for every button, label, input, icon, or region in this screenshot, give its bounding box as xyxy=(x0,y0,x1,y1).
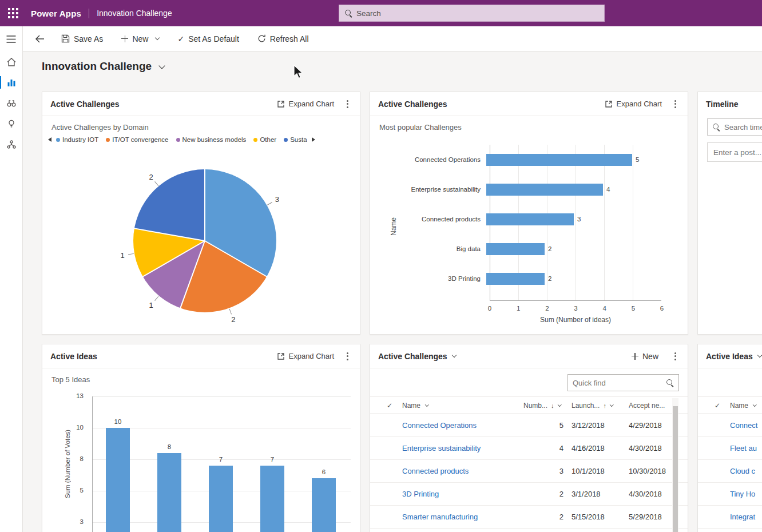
bar[interactable] xyxy=(312,478,336,532)
bar-track: 2 xyxy=(486,264,661,293)
row-name-link[interactable]: Connect xyxy=(730,421,762,430)
global-search-box[interactable] xyxy=(339,5,605,22)
x-tick-label: 0 xyxy=(488,305,491,312)
legend-item[interactable]: IT/OT convergence xyxy=(106,136,168,143)
row-name-link[interactable]: Smarter manufacturing xyxy=(402,513,523,521)
nav-entities-button[interactable] xyxy=(0,134,23,154)
column-header[interactable]: Name xyxy=(730,402,762,410)
nav-dashboards-button[interactable] xyxy=(0,72,23,93)
grid-scrollbar[interactable] xyxy=(672,398,678,532)
set-as-default-button[interactable]: ✓ Set As Default xyxy=(171,29,245,49)
site-map-toggle-button[interactable] xyxy=(0,26,23,51)
sort-desc-icon: ↓ xyxy=(551,402,554,409)
card-title: Active Ideas xyxy=(50,352,97,361)
row-name-link[interactable]: Cloud c xyxy=(730,467,762,475)
card-timeline: Timeline Enter a post... xyxy=(697,92,762,335)
bar[interactable] xyxy=(157,453,181,532)
x-tick-label: 2 xyxy=(545,305,549,312)
card-menu-button[interactable] xyxy=(343,350,352,363)
bar[interactable] xyxy=(486,243,545,255)
row-name-link[interactable]: Connected products xyxy=(402,467,523,475)
card-menu-button[interactable] xyxy=(671,350,680,363)
table-row[interactable]: Connect xyxy=(698,414,762,437)
table-row[interactable]: Cloud c xyxy=(698,460,762,483)
app-launcher-button[interactable] xyxy=(0,0,26,26)
legend-item[interactable]: New business models xyxy=(176,136,247,143)
bar[interactable] xyxy=(260,466,284,532)
row-name-link[interactable]: Integrat xyxy=(730,513,762,521)
x-axis-label: Sum (Number of ideas) xyxy=(490,316,661,324)
legend-swatch xyxy=(106,138,110,142)
card-menu-button[interactable] xyxy=(671,98,680,110)
app-name[interactable]: Power Apps xyxy=(31,9,81,18)
chevron-down-icon[interactable] xyxy=(757,353,761,358)
bar[interactable] xyxy=(209,466,233,532)
column-header-label: Launch... xyxy=(572,402,600,410)
row-name-link[interactable]: Fleet au xyxy=(730,444,762,452)
scrollbar-thumb[interactable] xyxy=(673,406,678,532)
chevron-down-icon[interactable] xyxy=(451,353,456,358)
legend-item[interactable]: Susta xyxy=(284,136,307,143)
select-all-cell[interactable]: ✓ xyxy=(705,402,730,409)
row-name-link[interactable]: Connected Operations xyxy=(402,421,523,430)
table-row[interactable]: Integrat xyxy=(698,506,762,529)
row-name-link[interactable]: Enterprise sustainability xyxy=(402,444,523,452)
column-header[interactable]: Name xyxy=(402,402,523,410)
top-header-bar: Power Apps Innovation Challenge xyxy=(0,0,762,26)
row-name-link[interactable]: 3D Printing xyxy=(402,490,523,498)
quick-find-box[interactable] xyxy=(567,374,679,391)
nav-ideas-button[interactable] xyxy=(0,113,23,134)
pie-value-label: 1 xyxy=(149,300,153,309)
column-header[interactable]: Numb...↓ xyxy=(523,402,572,410)
legend-swatch xyxy=(284,138,288,142)
bar[interactable] xyxy=(486,154,632,166)
legend-item[interactable]: Other xyxy=(253,136,276,143)
timeline-search-box[interactable] xyxy=(707,118,762,136)
vbar-yticks: 1310853 xyxy=(65,396,87,532)
dashboard-selector[interactable]: Innovation Challenge xyxy=(42,60,164,73)
hbar-xticks: 0123456 xyxy=(490,305,662,313)
table-row[interactable]: Tiny Ho xyxy=(698,483,762,506)
table-row[interactable]: 3D Printing23/1/20184/30/2018 xyxy=(370,483,688,506)
back-button[interactable] xyxy=(30,29,49,49)
expand-chart-button[interactable]: Expand Chart xyxy=(605,100,662,108)
column-header[interactable]: Accept ne... xyxy=(629,402,697,410)
timeline-search-input[interactable] xyxy=(724,123,762,132)
select-all-icon: ✓ xyxy=(387,402,392,409)
bar[interactable] xyxy=(486,184,603,196)
table-row[interactable]: Enterprise sustainability44/16/20184/30/… xyxy=(370,437,688,460)
legend-prev-icon[interactable] xyxy=(48,137,51,142)
expand-chart-button[interactable]: Expand Chart xyxy=(277,352,335,360)
new-record-button[interactable]: New xyxy=(628,348,662,365)
expand-chart-button[interactable]: Expand Chart xyxy=(277,100,335,108)
chart-title: Top 5 Ideas xyxy=(42,368,360,385)
new-button[interactable]: New xyxy=(115,29,165,49)
pie-chart[interactable] xyxy=(133,169,276,312)
chevron-down-icon xyxy=(158,62,165,69)
nav-home-button[interactable] xyxy=(0,51,23,72)
quick-find-input[interactable] xyxy=(573,379,662,387)
grid-toolbar xyxy=(698,368,762,397)
bar-category-label: Connected Operations xyxy=(379,156,486,163)
legend-item[interactable]: Industry IOT xyxy=(56,136,98,143)
row-name-link[interactable]: Tiny Ho xyxy=(730,490,762,498)
bar[interactable] xyxy=(106,428,130,532)
column-header[interactable]: Launch...↑ xyxy=(572,402,629,410)
nav-search-button[interactable] xyxy=(0,93,23,113)
filter-chevron-icon xyxy=(753,403,756,406)
card-menu-button[interactable] xyxy=(343,98,352,110)
select-all-cell[interactable]: ✓ xyxy=(377,402,402,409)
bar-track: 3 xyxy=(486,204,661,234)
table-row[interactable]: Smarter manufacturing25/15/20185/29/2018 xyxy=(370,506,688,529)
table-row[interactable]: Fleet au xyxy=(698,437,762,460)
table-row[interactable]: Connected products310/1/201810/30/2018 xyxy=(370,460,688,483)
save-as-button[interactable]: Save As xyxy=(55,29,109,49)
chevron-down-icon xyxy=(155,35,160,40)
bar[interactable] xyxy=(486,273,545,285)
global-search-input[interactable] xyxy=(356,9,599,18)
legend-next-icon[interactable] xyxy=(312,137,315,142)
timeline-post-box[interactable]: Enter a post... xyxy=(707,142,762,162)
refresh-all-button[interactable]: Refresh All xyxy=(251,29,315,49)
table-row[interactable]: Connected Operations53/12/20184/29/2018 xyxy=(370,414,688,437)
bar[interactable] xyxy=(486,213,574,225)
